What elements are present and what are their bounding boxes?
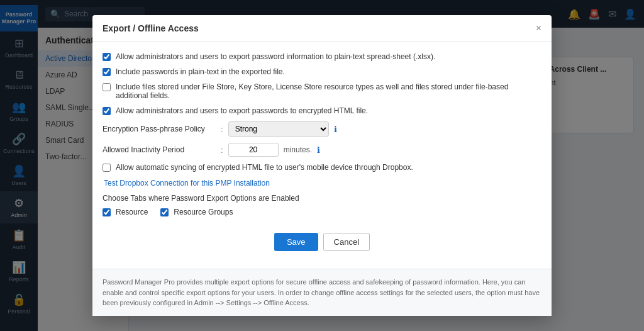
encryption-policy-select[interactable]: Strong Medium Weak xyxy=(228,121,329,137)
dropbox-checkbox-row: Allow automatic syncing of encrypted HTM… xyxy=(103,163,541,172)
checkbox-label-1: Allow administrators and users to export… xyxy=(116,52,435,61)
checkbox-row-1: Allow administrators and users to export… xyxy=(103,52,541,61)
inactivity-info-icon[interactable]: ℹ xyxy=(317,145,320,155)
checkbox-row-2: Include passwords in plain-text in the e… xyxy=(103,67,541,76)
encryption-policy-colon: : xyxy=(221,125,223,134)
modal-close-button[interactable]: × xyxy=(536,23,541,34)
checkbox-label-2: Include passwords in plain-text in the e… xyxy=(116,67,285,76)
tabs-section-label: Choose Tabs where Password Export Option… xyxy=(103,194,541,203)
modal-footer-info: Password Manager Pro provides multiple e… xyxy=(92,269,552,316)
checkbox-export-xlsx[interactable] xyxy=(103,53,111,61)
inactivity-period-row: Allowed Inactivity Period : minutes. ℹ xyxy=(103,143,541,157)
tab-checkbox-resource: Resource xyxy=(103,208,148,216)
checkbox-dropbox-sync[interactable] xyxy=(103,164,111,172)
checkbox-include-files[interactable] xyxy=(103,83,111,91)
inactivity-period-label: Allowed Inactivity Period xyxy=(103,145,216,154)
modal-header: Export / Offline Access × xyxy=(92,15,552,42)
encryption-policy-row: Encryption Pass-phrase Policy : Strong M… xyxy=(103,121,541,137)
inactivity-colon: : xyxy=(221,145,223,155)
checkbox-export-html[interactable] xyxy=(103,107,111,115)
dropbox-link-row: Test Dropbox Connection for this PMP Ins… xyxy=(104,178,541,188)
tab-resource-label: Resource xyxy=(116,208,148,216)
inactivity-unit: minutes. xyxy=(284,145,312,154)
modal-title: Export / Offline Access xyxy=(103,23,199,33)
modal-overlay: Export / Offline Access × Allow administ… xyxy=(0,0,644,331)
tab-checkboxes: Resource Resource Groups xyxy=(103,208,541,223)
inactivity-period-input[interactable] xyxy=(228,143,279,157)
modal-body: Allow administrators and users to export… xyxy=(92,42,552,269)
checkbox-row-4: Allow administrators and users to export… xyxy=(103,106,541,115)
footer-info-text: Password Manager Pro provides multiple e… xyxy=(103,278,540,306)
cancel-button[interactable]: Cancel xyxy=(323,233,370,251)
checkbox-label-4: Allow administrators and users to export… xyxy=(116,106,368,115)
checkbox-tab-resource[interactable] xyxy=(103,208,111,216)
modal-buttons: Save Cancel xyxy=(103,233,541,251)
encryption-policy-label: Encryption Pass-phrase Policy xyxy=(103,125,216,133)
tab-checkbox-resource-groups: Resource Groups xyxy=(160,208,233,216)
checkbox-tab-resource-groups[interactable] xyxy=(160,208,169,216)
checkbox-include-passwords[interactable] xyxy=(103,68,111,76)
test-dropbox-link[interactable]: Test Dropbox Connection for this PMP Ins… xyxy=(104,179,270,188)
dropbox-checkbox-label: Allow automatic syncing of encrypted HTM… xyxy=(116,163,413,172)
tab-resource-groups-label: Resource Groups xyxy=(174,208,233,216)
export-modal: Export / Offline Access × Allow administ… xyxy=(92,15,552,316)
checkbox-label-3: Include files stored under File Store, K… xyxy=(116,82,541,100)
checkbox-row-3: Include files stored under File Store, K… xyxy=(103,82,541,100)
save-button[interactable]: Save xyxy=(274,233,318,251)
encryption-info-icon[interactable]: ℹ xyxy=(334,125,337,134)
